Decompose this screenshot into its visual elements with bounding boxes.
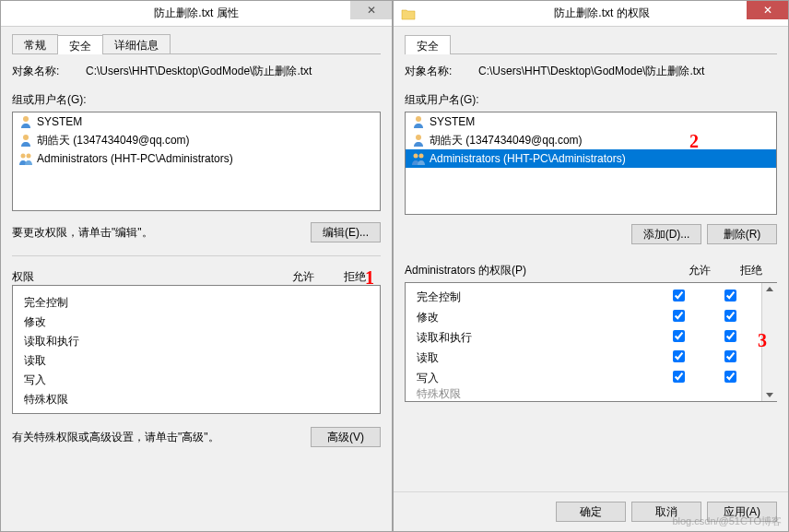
deny-checkbox[interactable]	[724, 290, 736, 301]
allow-checkbox[interactable]	[673, 310, 685, 322]
perm-row: 修改	[24, 313, 369, 332]
list-item[interactable]: 胡皓天 (1347434049@qq.com)	[406, 131, 776, 149]
tab-details[interactable]: 详细信息	[102, 34, 171, 53]
deny-checkbox[interactable]	[724, 371, 736, 383]
edit-note-row: 要更改权限，请单击"编辑"。 编辑(E)...	[12, 222, 381, 242]
folder-icon	[401, 7, 416, 20]
tab-security[interactable]: 安全	[405, 35, 451, 54]
apply-button[interactable]: 应用(A)	[707, 502, 777, 522]
perm-name: 读取	[411, 350, 653, 366]
list-item-label: 胡皓天 (1347434049@qq.com)	[37, 133, 190, 148]
svg-point-3	[27, 154, 31, 159]
remove-button[interactable]: 删除(R)	[707, 224, 777, 244]
deny-checkbox[interactable]	[724, 310, 736, 322]
svg-point-6	[414, 154, 418, 159]
perm-name: 读取和执行	[411, 330, 653, 346]
tabs: 安全	[405, 34, 777, 54]
svg-point-7	[419, 154, 424, 159]
perm-rows: 完全控制修改读取和执行读取写入特殊权限	[406, 283, 761, 401]
perm-row: 完全控制	[411, 287, 756, 307]
list-item-selected[interactable]: Administrators (HHT-PC\Administrators)	[406, 149, 776, 168]
perm-row: 特殊权限	[411, 388, 756, 399]
users-listbox[interactable]: SYSTEM 胡皓天 (1347434049@qq.com) Administr…	[12, 112, 381, 211]
tab-security[interactable]: 安全	[57, 35, 103, 54]
allow-checkbox[interactable]	[673, 290, 685, 301]
allow-checkbox[interactable]	[673, 371, 685, 383]
user-icon	[411, 133, 426, 148]
perm-row: 修改	[411, 307, 756, 327]
perm-row: 特殊权限	[24, 390, 369, 409]
cancel-button[interactable]: 取消	[631, 502, 701, 522]
perm-row: 完全控制	[24, 293, 369, 313]
list-item[interactable]: Administrators (HHT-PC\Administrators)	[13, 149, 380, 168]
perm-name: 写入	[411, 371, 653, 386]
perms-header: 权限 允许 拒绝	[12, 269, 381, 285]
object-name-value: C:\Users\HHT\Desktop\GodMode\防止删除.txt	[86, 64, 381, 79]
advanced-row: 有关特殊权限或高级设置，请单击"高级"。 高级(V)	[12, 427, 381, 447]
list-item-label: SYSTEM	[430, 115, 475, 128]
svg-point-5	[416, 135, 421, 140]
deny-checkbox[interactable]	[724, 350, 736, 362]
titlebar-right: 防止删除.txt 的权限 ✕	[394, 1, 788, 27]
perm-row: 读取	[411, 348, 756, 368]
user-icon	[18, 133, 33, 148]
tabs: 常规 安全 详细信息	[12, 34, 381, 54]
perms-header-deny: 拒绝	[329, 269, 381, 285]
edit-note-text: 要更改权限，请单击"编辑"。	[12, 225, 153, 241]
ok-button[interactable]: 确定	[556, 502, 626, 522]
group-users-label: 组或用户名(G):	[405, 92, 777, 108]
divider	[12, 255, 381, 256]
object-name-row: 对象名称: C:\Users\HHT\Desktop\GodMode\防止删除.…	[405, 64, 777, 79]
add-remove-row: 添加(D)... 删除(R)	[405, 224, 777, 244]
perms-header-deny: 拒绝	[725, 263, 777, 278]
close-button[interactable]: ✕	[747, 1, 788, 19]
object-name-label: 对象名称:	[12, 64, 86, 79]
perms-header-allow: 允许	[674, 263, 725, 278]
advanced-note: 有关特殊权限或高级设置，请单击"高级"。	[12, 430, 219, 445]
perm-name: 完全控制	[411, 290, 653, 305]
svg-point-2	[21, 154, 26, 159]
window-title: 防止删除.txt 属性	[1, 6, 392, 21]
perm-row: 写入	[24, 371, 369, 390]
advanced-button[interactable]: 高级(V)	[311, 427, 381, 447]
window-body-left: 常规 安全 详细信息 对象名称: C:\Users\HHT\Desktop\Go…	[1, 27, 392, 531]
allow-checkbox[interactable]	[673, 330, 685, 342]
list-item-label: 胡皓天 (1347434049@qq.com)	[430, 133, 583, 148]
object-name-label: 对象名称:	[405, 64, 478, 79]
users-listbox[interactable]: SYSTEM 胡皓天 (1347434049@qq.com) Administr…	[405, 112, 777, 215]
list-item-label: SYSTEM	[37, 115, 82, 128]
dialog-buttons: 确定 取消 应用(A)	[394, 491, 788, 531]
perm-name: 特殊权限	[411, 388, 653, 399]
perms-header-allow: 允许	[277, 269, 329, 285]
perm-row: 读取	[24, 351, 369, 371]
perm-row: 写入	[411, 368, 756, 388]
perm-row: 读取和执行	[24, 332, 369, 351]
deny-checkbox[interactable]	[724, 330, 736, 342]
group-users-label: 组或用户名(G):	[12, 92, 381, 108]
tab-general[interactable]: 常规	[12, 34, 58, 53]
window-body-right: 安全 对象名称: C:\Users\HHT\Desktop\GodMode\防止…	[394, 27, 788, 491]
permissions-box: 完全控制 修改 读取和执行 读取 写入 特殊权限	[12, 285, 381, 414]
list-item[interactable]: 胡皓天 (1347434049@qq.com)	[13, 131, 380, 149]
perm-for-label: Administrators 的权限(P)	[405, 263, 674, 278]
list-item-label: Administrators (HHT-PC\Administrators)	[430, 152, 626, 165]
close-button[interactable]: ✕	[350, 1, 392, 19]
edit-button[interactable]: 编辑(E)...	[311, 222, 381, 242]
object-name-row: 对象名称: C:\Users\HHT\Desktop\GodMode\防止删除.…	[12, 64, 381, 79]
user-icon	[411, 114, 426, 129]
permissions-window: 防止删除.txt 的权限 ✕ 安全 对象名称: C:\Users\HHT\Des…	[393, 0, 789, 532]
perms-header: Administrators 的权限(P) 允许 拒绝	[405, 263, 777, 278]
properties-window: 防止删除.txt 属性 ✕ 常规 安全 详细信息 对象名称: C:\Users\…	[0, 0, 393, 532]
perms-header-name: 权限	[12, 269, 277, 285]
add-button[interactable]: 添加(D)...	[631, 224, 701, 244]
users-icon	[411, 151, 426, 166]
titlebar-left: 防止删除.txt 属性 ✕	[1, 1, 392, 27]
scrollbar[interactable]	[761, 283, 777, 401]
svg-point-1	[23, 135, 29, 140]
perm-name: 修改	[411, 310, 653, 325]
window-title: 防止删除.txt 的权限	[416, 6, 788, 21]
list-item[interactable]: SYSTEM	[406, 112, 776, 131]
list-item[interactable]: SYSTEM	[13, 112, 380, 131]
allow-checkbox[interactable]	[673, 350, 685, 362]
perm-row: 读取和执行	[411, 327, 756, 348]
